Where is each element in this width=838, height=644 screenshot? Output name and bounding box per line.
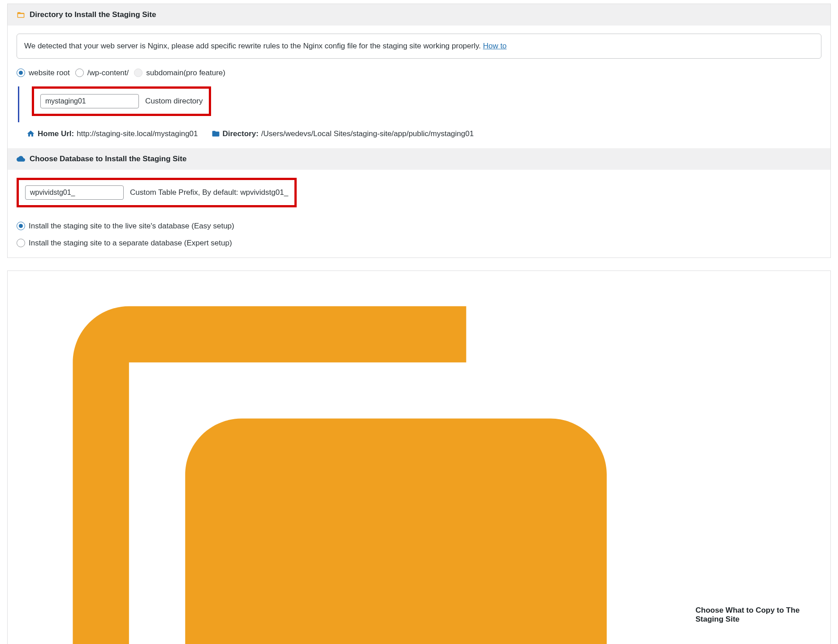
directory-info-line: Home Url: http://staging-site.local/myst… — [17, 129, 821, 138]
radio-label: Install the staging site to a separate d… — [29, 239, 232, 248]
copy-section-body: Choose What to Copy to The Staging Site … — [8, 271, 830, 644]
database-section-header: Choose Database to Install the Staging S… — [8, 148, 830, 170]
directory-database-panel: Directory to Install the Staging Site We… — [7, 4, 831, 258]
directory-indent-bar: Custom directory — [18, 86, 821, 122]
copy-section-title: Choose What to Copy to The Staging Site — [695, 606, 821, 624]
table-prefix-highlight: Custom Table Prefix, By default: wpvivid… — [17, 178, 297, 207]
table-prefix-input[interactable] — [25, 185, 124, 200]
copy-icon — [17, 278, 691, 644]
home-url-value: http://staging-site.local/mystaging01 — [77, 129, 198, 138]
radio-control — [75, 69, 84, 77]
database-section-title: Choose Database to Install the Staging S… — [30, 155, 186, 163]
radio-website-root[interactable]: website root — [17, 69, 70, 77]
radio-control — [134, 69, 143, 77]
directory-section-header: Directory to Install the Staging Site — [8, 4, 830, 26]
home-url-chunk: Home Url: http://staging-site.local/myst… — [26, 129, 198, 138]
database-install-radios: Install the staging site to the live sit… — [17, 222, 821, 248]
database-section-body: Custom Table Prefix, By default: wpvivid… — [8, 170, 830, 258]
nginx-notice-text: We detected that your web server is Ngin… — [24, 42, 483, 50]
cloud-icon — [17, 155, 25, 163]
custom-directory-hint: Custom directory — [145, 97, 203, 106]
radio-label: /wp-content/ — [87, 69, 129, 77]
radio-wp-content[interactable]: /wp-content/ — [75, 69, 129, 77]
custom-directory-input[interactable] — [40, 94, 139, 108]
radio-control — [17, 222, 25, 230]
radio-expert-setup[interactable]: Install the staging site to a separate d… — [17, 239, 821, 248]
home-url-label: Home Url: — [38, 129, 74, 138]
home-icon — [26, 129, 35, 138]
custom-directory-highlight: Custom directory — [32, 86, 211, 116]
folder-icon — [212, 129, 220, 138]
radio-control — [17, 69, 25, 77]
directory-section-body: We detected that your web server is Ngin… — [8, 26, 830, 148]
folder-open-icon — [17, 11, 25, 19]
radio-label: website root — [29, 69, 70, 77]
radio-control — [17, 239, 25, 247]
radio-label: subdomain(pro feature) — [146, 69, 225, 77]
radio-easy-setup[interactable]: Install the staging site to the live sit… — [17, 222, 821, 231]
nginx-howto-link[interactable]: How to — [483, 42, 507, 50]
directory-path-value: /Users/wedevs/Local Sites/staging-site/a… — [261, 129, 474, 138]
directory-radio-row: website root /wp-content/ subdomain(pro … — [17, 69, 821, 77]
copy-panel: Choose What to Copy to The Staging Site … — [7, 270, 831, 644]
directory-section-title: Directory to Install the Staging Site — [30, 10, 156, 19]
radio-subdomain: subdomain(pro feature) — [134, 69, 225, 77]
directory-path-label: Directory: — [223, 129, 259, 138]
radio-label: Install the staging site to the live sit… — [29, 222, 234, 231]
directory-path-chunk: Directory: /Users/wedevs/Local Sites/sta… — [212, 129, 474, 138]
nginx-notice: We detected that your web server is Ngin… — [17, 34, 821, 59]
table-prefix-hint: Custom Table Prefix, By default: wpvivid… — [130, 188, 288, 197]
